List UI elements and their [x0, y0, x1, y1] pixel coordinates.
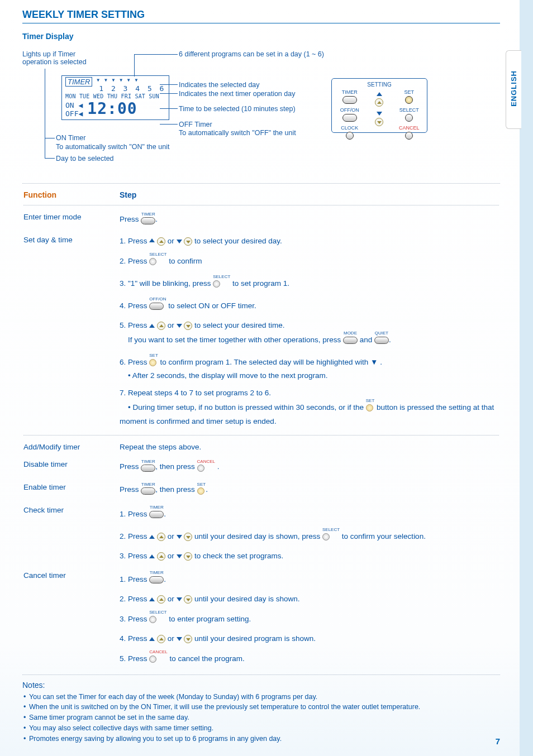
timer-button-icon [149, 576, 164, 583]
note-item: Same timer program cannot be set in the … [22, 713, 500, 722]
select-button[interactable] [405, 114, 413, 122]
down-arrow-icon [377, 112, 382, 116]
separator [22, 674, 500, 675]
step-content: 1. Press TIMER. 2. Press or until your d… [120, 502, 499, 566]
up-icon [149, 637, 155, 641]
step-content: 1. Press TIMER. 2. Press or until your d… [120, 567, 499, 671]
anno-programs: 6 different programs can be set in a day… [179, 50, 324, 58]
up-icon [149, 597, 155, 601]
anno-selected-day: Indicates the selected day [179, 81, 260, 89]
timer-display-panel: TIMER ▼ ▼ ▼ ▼ ▼ ▼ TIMER 1 2 3 4 5 6 MON … [61, 75, 169, 120]
row-enter-timer: Enter timer mode Press TIMER. [23, 209, 499, 231]
down-button[interactable] [375, 118, 383, 126]
anno-time-step: Time to be selected (10 minutes step) [179, 105, 296, 113]
remote-set-label: SET [394, 89, 423, 95]
on-indicator: ON ◀ [65, 101, 83, 109]
down-button-icon [184, 533, 192, 541]
up-icon [149, 238, 155, 242]
row-cancel: Cancel timer 1. Press TIMER. 2. Press or… [23, 567, 499, 671]
manual-page: WEEKLY TIMER SETTING Timer Display ENGLI… [0, 0, 520, 756]
function-table: Function Step Enter timer mode Press TIM… [22, 186, 500, 672]
timer-button[interactable] [342, 96, 357, 104]
set-button-icon [366, 404, 373, 412]
anno-off-timer-sub: To automatically switch "OFF" the unit [179, 129, 296, 137]
anno-off-timer: OFF Timer [179, 121, 212, 128]
cancel-button-icon [149, 655, 156, 663]
note-item: When the unit is switched on by the ON T… [22, 702, 500, 712]
step-header: Step [120, 187, 499, 202]
func-label: Check timer [23, 502, 118, 566]
down-icon [177, 597, 182, 601]
anno-on-timer-sub: To automatically switch "ON" the unit [56, 143, 169, 151]
select-button-icon [149, 616, 156, 623]
up-button[interactable] [375, 98, 383, 107]
up-button-icon [157, 533, 165, 541]
timer-display-diagram: Lights up if Timer operation is selected… [22, 47, 500, 179]
step-content: Repeat the steps above. [120, 439, 499, 455]
timer-display-subtitle: Timer Display [22, 32, 500, 41]
time-display: 12:00 [87, 99, 137, 118]
notes-heading: Notes: [22, 681, 500, 690]
set-button-icon [149, 359, 156, 366]
step-content: Press TIMER, then press SET. [120, 479, 499, 501]
page-title: WEEKLY TIMER SETTING [22, 9, 500, 23]
note-item: You can set the Timer for each day of th… [22, 692, 500, 702]
func-label: Enable timer [23, 479, 118, 501]
timer-button-icon [141, 487, 155, 495]
remote-cancel-label: CANCEL [394, 125, 423, 131]
up-button-icon [157, 635, 165, 643]
program-numbers: 1 2 3 4 5 6 [99, 84, 165, 93]
func-label: Set day & time [23, 232, 118, 432]
down-icon [177, 637, 182, 641]
timer-button-icon [141, 217, 155, 224]
down-button-icon [184, 237, 192, 246]
down-icon [177, 535, 182, 539]
up-button-icon [157, 322, 165, 330]
func-label: Add/Modify timer [23, 439, 118, 455]
remote-select-label: SELECT [394, 107, 423, 113]
row-set-day-time: Set day & time 1. Press or to select you… [23, 232, 499, 432]
select-button-icon [213, 280, 220, 288]
anno-lights-up: Lights up if Timer operation is selected [22, 50, 106, 66]
step-content: Press TIMER. [120, 209, 499, 231]
step-content: Press TIMER, then press CANCEL . [120, 456, 499, 478]
up-icon [149, 554, 155, 558]
down-icon [177, 324, 182, 328]
step-content: 1. Press or to select your desired day. … [120, 232, 499, 432]
row-add-modify: Add/Modify timer Repeat the steps above. [23, 439, 499, 455]
table-header-row: Function Step [23, 187, 499, 202]
down-icon [177, 240, 182, 243]
function-header: Function [23, 187, 118, 202]
up-button-icon [157, 595, 165, 604]
func-label: Cancel timer [23, 567, 118, 671]
note-item: Promotes energy saving by allowing you t… [22, 734, 500, 744]
timer-button-icon [141, 465, 155, 472]
setting-header: SETTING [335, 82, 424, 88]
row-enable: Enable timer Press TIMER, then press SET… [23, 479, 499, 501]
up-icon [149, 535, 155, 539]
notes-list: You can set the Timer for each day of th… [22, 692, 500, 744]
remote-timer-label: TIMER [335, 89, 364, 95]
func-label: Disable timer [23, 456, 118, 478]
set-button[interactable] [405, 96, 413, 104]
mode-button-icon [343, 337, 358, 344]
offon-button[interactable] [342, 114, 357, 122]
down-icon [177, 554, 182, 558]
separator [22, 183, 500, 184]
language-tab: ENGLISH [506, 50, 521, 129]
remote-setting-panel: SETTING TIMER OFF/ON CLOCK [331, 78, 427, 133]
language-label: ENGLISH [510, 70, 518, 107]
remote-offon-label: OFF/ON [335, 107, 364, 113]
anno-next-day: Indicates the next timer operation day [179, 90, 295, 98]
off-indicator: OFF◀ [65, 109, 83, 118]
cancel-button[interactable] [405, 132, 413, 140]
note-item: You may also select collective days with… [22, 724, 500, 733]
set-button-icon [197, 487, 204, 495]
func-label: Enter timer mode [23, 209, 118, 231]
up-button-icon [157, 237, 165, 246]
cancel-button-icon [197, 465, 204, 472]
clock-button[interactable] [346, 132, 354, 140]
quiet-button-icon [374, 337, 389, 344]
row-check: Check timer 1. Press TIMER. 2. Press or … [23, 502, 499, 566]
display-days: MON TUE WED THU FRI SAT SUN [65, 93, 165, 99]
